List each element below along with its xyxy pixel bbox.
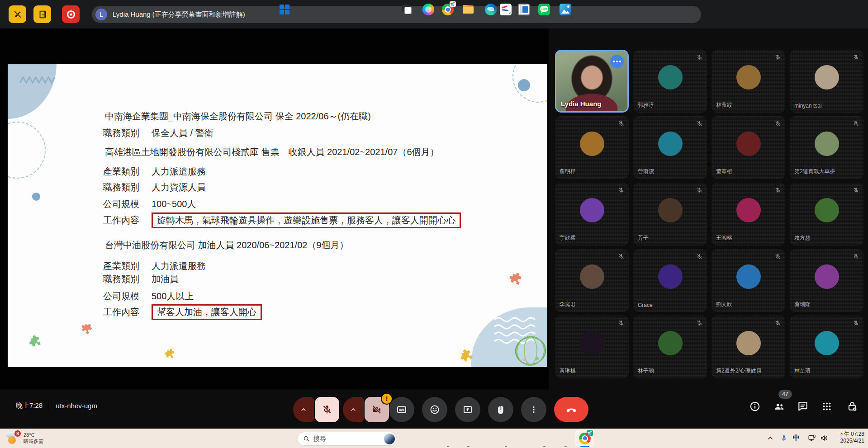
clock[interactable]: 下午 07:28 2025/4/21 [834,431,864,444]
reactions-button[interactable] [422,397,447,422]
participant-tile[interactable]: 芳子 [633,183,707,245]
active-app-indicator [580,446,589,447]
meeting-details-icon[interactable] [749,401,761,412]
file-explorer-button[interactable] [462,4,474,15]
participant-avatar [580,198,604,222]
line-app-button[interactable]: LINE [538,4,550,15]
mic-off-icon [696,253,703,260]
mic-off-icon [853,120,859,127]
puzzle-decoration [509,269,526,286]
participant-tile[interactable]: 郭雅淳 [633,50,707,113]
resume-job-title: 中南海企業集團_中南海保全股份有限公司 保全 2022/06～(仍在職) [105,110,371,123]
participants-panel: Lydia Huang 郭雅淳林蕙紋minyan tsai詹明樺曾雨潔董寧榕第2… [549,28,868,390]
participant-tile[interactable]: 第2週實戰大車拼 [790,116,863,179]
copilot-button[interactable] [422,4,434,15]
participant-tile[interactable]: 林蕙紋 [711,50,785,113]
start-button[interactable] [280,5,289,14]
participant-tile[interactable]: 第2週外2/心理健康 [711,316,785,378]
participant-tile[interactable]: 黃琳棋 [555,316,629,378]
mic-off-icon [774,120,781,127]
camera-off-icon [371,404,382,415]
blob-decoration [8,64,57,119]
participants-grid: Lydia Huang 郭雅淳林蕙紋minyan tsai詹明樺曾雨潔董寧榕第2… [555,50,863,378]
captions-button[interactable] [389,397,414,422]
participant-tile[interactable]: 林子瑜 [633,316,707,378]
chat-icon[interactable] [797,401,809,412]
participant-avatar [736,198,761,222]
window-app-button[interactable] [518,4,530,15]
weather-temp: 28°C [24,432,35,438]
participant-avatar [815,198,839,222]
puzzle-decoration [28,331,44,348]
dot-decoration [32,193,40,201]
participant-tile[interactable]: 蔡瑞隆 [790,249,863,312]
more-options-button[interactable] [521,397,546,422]
people-icon[interactable] [773,401,785,412]
record-button[interactable] [62,5,80,23]
participant-tile[interactable]: 宇欣柔 [555,183,629,245]
resume-row-highlighted: 工作內容 旋轉木馬，氣球飛輪遊具操作，遊樂設施售票，服務客人，讓客人開開心心 [103,212,461,228]
participant-name: 曾雨潔 [638,168,654,175]
annotation-off-button[interactable] [9,5,26,23]
camera-off-button[interactable]: ! [365,397,389,422]
mic-off-icon [618,253,625,260]
edge-button[interactable] [485,4,497,15]
paint-app-button[interactable]: 2 [500,4,512,15]
mic-off-icon [696,320,703,326]
photos-app-button[interactable] [560,4,571,15]
end-call-button[interactable] [554,397,588,422]
participant-tile[interactable]: 李庭君 [555,249,629,312]
chrome-active-button[interactable] [575,429,594,447]
participant-tile[interactable]: 劉文欣 [711,249,785,312]
resume-row: 公司規模 100~500人 [103,198,196,210]
participant-tile[interactable]: 董寧榕 [711,116,785,179]
participant-tile[interactable]: 王湘榕 [711,183,785,245]
mic-options-button[interactable] [293,397,314,422]
puzzle-decoration [81,321,96,335]
mic-off-icon [853,187,859,193]
search-placeholder: 搜尋 [313,435,380,443]
task-view-button[interactable] [401,4,413,15]
participant-name: 賴方慈 [794,234,811,242]
participant-name: 郭雅淳 [638,101,654,109]
resume-row-highlighted: 工作內容 幫客人加油，讓客人開心 [103,304,262,320]
self-video-tile[interactable]: Lydia Huang [555,50,629,113]
present-button[interactable] [455,397,480,422]
tray-mic-icon[interactable] [780,434,788,443]
raise-hand-button[interactable] [488,397,513,422]
host-controls-lock-icon[interactable] [846,401,858,412]
presenter-banner[interactable]: L Lydia Huang (正在分享螢幕畫面和新增註解) [92,6,701,23]
participant-tile[interactable]: 林芷瑄 [790,316,863,378]
mic-off-button[interactable] [315,397,339,422]
end-call-icon [565,403,578,416]
meet-topbar: L Lydia Huang (正在分享螢幕畫面和新增註解) [0,0,868,28]
chrome-profile-badge [587,430,593,436]
weather-icon: 8 [5,430,21,447]
participant-tile[interactable]: Grace [633,249,707,312]
highlight-box: 旋轉木馬，氣球飛輪遊具操作，遊樂設施售票，服務客人，讓客人開開心心 [152,212,461,228]
tile-more-button[interactable] [610,55,624,68]
camera-options-button[interactable] [343,397,364,422]
meeting-info: 晚上7:28 utx-nhev-ugm [16,401,97,410]
ime-indicator[interactable]: 中 [793,434,800,442]
participant-tile[interactable]: 曾雨潔 [633,116,707,179]
participant-avatar [815,331,839,355]
participant-tile[interactable]: 詹明樺 [555,116,629,179]
volume-icon[interactable] [820,434,829,442]
captions-icon [396,404,407,415]
chrome-sticker-badge [450,1,456,7]
chrome-button[interactable] [442,4,454,15]
search-input[interactable]: 搜尋 [297,432,397,446]
activities-apps-icon[interactable] [821,401,833,412]
mic-off-icon [774,253,781,260]
participant-tile[interactable]: minyan tsai [790,50,863,113]
door-exit-button[interactable] [33,5,51,23]
present-screen-icon [462,404,473,415]
tray-chevron-icon[interactable] [767,434,774,442]
weather-widget[interactable]: 8 28°C 晴時多雲 [5,430,43,447]
participant-avatar [815,132,839,156]
puzzle-decoration [164,346,178,359]
participant-name: 林蕙紋 [716,101,732,109]
network-icon[interactable] [807,434,816,442]
participant-tile[interactable]: 賴方慈 [790,183,863,245]
